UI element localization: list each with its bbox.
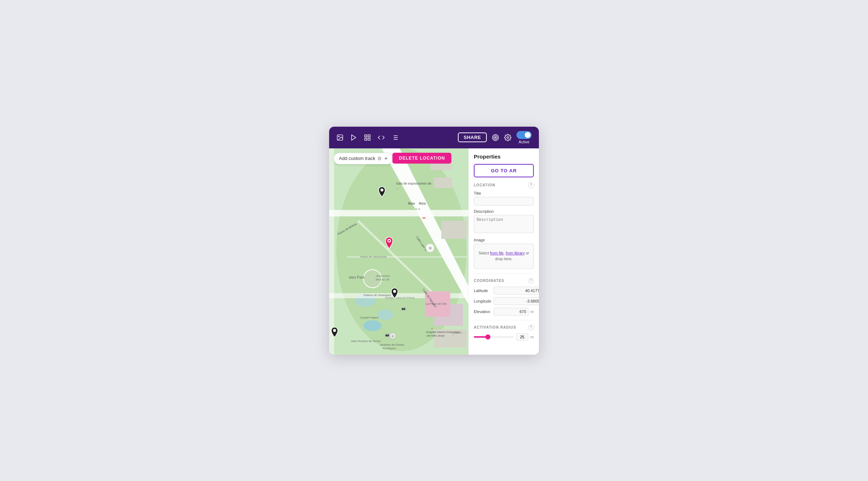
- svg-text:Crystal Palace: Crystal Palace: [360, 316, 379, 319]
- play-icon[interactable]: [350, 134, 357, 141]
- svg-point-1: [339, 136, 340, 137]
- track-settings-icon: ⚙: [377, 156, 382, 161]
- image-or: or: [525, 251, 529, 255]
- image-drop-area[interactable]: Select from file, from library ordrop he…: [474, 244, 534, 269]
- map-area[interactable]: Sala de exposiciones de ... Paseo de Bol…: [329, 148, 468, 355]
- svg-point-70: [388, 240, 390, 241]
- location-help-icon[interactable]: ?: [528, 182, 534, 188]
- pin-black-top[interactable]: [378, 186, 386, 198]
- svg-text:+: +: [431, 327, 433, 330]
- svg-text:🍴: 🍴: [452, 334, 456, 337]
- map-svg: Sala de exposiciones de ... Paseo de Bol…: [329, 148, 468, 355]
- location-section-header: LOCATION ?: [474, 182, 534, 188]
- properties-title: Properties: [474, 153, 534, 160]
- app-container: SHARE Active: [329, 127, 539, 355]
- settings-icon[interactable]: [504, 134, 511, 141]
- svg-text:Ibiza: Ibiza: [408, 202, 415, 205]
- coordinates-section-header: COORDINATES ?: [474, 278, 534, 284]
- svg-point-16: [507, 136, 509, 138]
- title-input[interactable]: [474, 197, 534, 206]
- pin-black-bottom-left[interactable]: [330, 326, 339, 338]
- add-custom-track-button[interactable]: Add custom track ⚙ +: [333, 153, 393, 164]
- from-file-link[interactable]: from file: [490, 251, 503, 255]
- svg-text:⊕ ⊕: ⊕ ⊕: [415, 208, 420, 210]
- radius-value-input[interactable]: [516, 333, 528, 341]
- description-field-label: Description: [474, 209, 534, 214]
- longitude-row: Longitude: [474, 297, 534, 305]
- svg-point-15: [495, 137, 496, 138]
- toolbar-right: SHARE Active: [458, 131, 532, 144]
- svg-rect-26: [329, 148, 334, 355]
- latitude-label: Latitude: [474, 288, 494, 293]
- svg-point-14: [494, 136, 497, 139]
- pin-black-lower[interactable]: [390, 287, 399, 299]
- divider-1: [474, 273, 534, 274]
- svg-text:La Plaza de DIA: La Plaza de DIA: [426, 302, 447, 305]
- share-button[interactable]: SHARE: [458, 132, 487, 142]
- svg-text:Antigua casa de Fieras: Antigua casa de Fieras: [385, 296, 415, 299]
- coordinates-help-icon[interactable]: ?: [528, 278, 534, 284]
- description-textarea[interactable]: [474, 215, 534, 233]
- properties-panel: Properties GO TO AR LOCATION ? Title Des…: [468, 148, 539, 355]
- svg-text:Monument: Monument: [376, 274, 390, 278]
- divider-2: [474, 320, 534, 320]
- svg-point-71: [393, 290, 396, 293]
- image-preview-icon[interactable]: [336, 134, 344, 141]
- image-select-text: Select: [478, 251, 490, 255]
- grid-icon[interactable]: [364, 134, 371, 141]
- elevation-row: Elevation m: [474, 308, 534, 316]
- svg-rect-6: [368, 138, 370, 140]
- active-toggle[interactable]: Active: [516, 131, 532, 144]
- svg-point-68: [380, 189, 383, 191]
- activation-radius-label: ACTIVATION RADIUS: [474, 325, 516, 329]
- go-to-ar-button[interactable]: GO TO AR: [474, 164, 534, 177]
- svg-text:Sala de exposiciones de: Sala de exposiciones de: [396, 182, 431, 185]
- svg-text:Jardines de Cecilio: Jardines de Cecilio: [380, 343, 404, 346]
- elevation-label: Elevation: [474, 309, 494, 314]
- svg-text:Hospital Infantil Universitari: Hospital Infantil Universitario: [426, 330, 460, 334]
- svg-text:🍽: 🍽: [422, 216, 425, 220]
- target-icon[interactable]: [492, 134, 499, 141]
- toolbar-icons: [336, 134, 399, 141]
- code-icon[interactable]: [378, 134, 385, 141]
- radius-row: m: [474, 333, 534, 341]
- image-drop-text: Select from file, from library ordrop he…: [478, 250, 529, 262]
- activation-radius-help-icon[interactable]: ?: [528, 325, 534, 330]
- svg-rect-5: [365, 138, 367, 140]
- svg-text:📷: 📷: [385, 333, 390, 337]
- toggle-switch[interactable]: [516, 131, 532, 139]
- delete-location-button[interactable]: DELETE LOCATION: [392, 153, 451, 164]
- svg-text:Paseo de Venezuela: Paseo de Venezuela: [360, 255, 387, 258]
- toolbar: SHARE Active: [329, 127, 539, 148]
- pin-red-center[interactable]: [384, 236, 394, 249]
- radius-unit: m: [531, 335, 534, 339]
- longitude-label: Longitude: [474, 299, 494, 303]
- svg-rect-24: [329, 210, 468, 216]
- elevation-unit: m: [531, 309, 534, 314]
- radius-slider[interactable]: [474, 334, 514, 340]
- svg-text:⊕: ⊕: [429, 246, 432, 250]
- svg-text:Alfonso XII: Alfonso XII: [375, 278, 390, 281]
- svg-text:📷: 📷: [401, 306, 406, 311]
- svg-rect-30: [434, 177, 452, 188]
- location-label: LOCATION: [474, 183, 495, 187]
- svg-text:⊛: ⊛: [391, 334, 394, 338]
- coordinates-label: COORDINATES: [474, 279, 504, 283]
- svg-point-36: [363, 320, 382, 331]
- svg-text:Rodriguez: Rodriguez: [383, 347, 396, 350]
- radius-slider-thumb[interactable]: [485, 334, 490, 339]
- svg-text:del Niño Jesús: del Niño Jesús: [427, 334, 444, 337]
- svg-point-13: [493, 134, 499, 140]
- svg-text:Ibiza: Ibiza: [419, 202, 426, 205]
- list-icon[interactable]: [391, 134, 399, 141]
- active-label: Active: [519, 140, 529, 144]
- svg-marker-2: [352, 135, 356, 140]
- from-library-link[interactable]: from library: [506, 251, 525, 255]
- title-field-label: Title: [474, 191, 534, 195]
- elevation-input[interactable]: [494, 308, 529, 316]
- latitude-row: Latitude: [474, 287, 534, 295]
- add-track-plus-icon: +: [384, 155, 387, 162]
- add-track-label: Add custom track: [339, 156, 375, 161]
- longitude-input[interactable]: [494, 297, 539, 305]
- latitude-input[interactable]: [494, 287, 539, 295]
